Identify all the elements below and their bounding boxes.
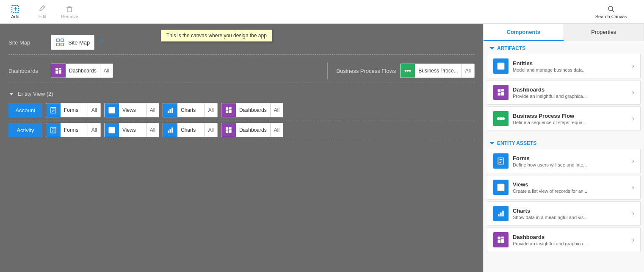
- views-asset-item[interactable]: ViewsAll: [104, 123, 159, 137]
- svg-rect-49: [168, 131, 169, 133]
- svg-rect-51: [171, 128, 173, 133]
- panel-item-dashboards[interactable]: DashboardsProvide an insightful and grap…: [487, 80, 641, 105]
- forms-text: Forms: [61, 127, 88, 133]
- dashboards-panel-content: DashboardsProvide an insightful and grap…: [513, 86, 632, 99]
- sitemap-item[interactable]: Site Map: [51, 35, 94, 50]
- svg-rect-84: [498, 240, 501, 243]
- panel-item-forms[interactable]: FormsDefine how users will see and inte.…: [487, 149, 641, 173]
- dashboards-text: Dashboards: [236, 127, 270, 133]
- dashboards-panel-desc: Provide an insightful and graphica...: [513, 94, 632, 99]
- svg-rect-16: [55, 68, 58, 70]
- panel-item-charts[interactable]: ChartsShow data in a meaningful and vis.…: [487, 201, 641, 226]
- bpf-icon: [401, 64, 415, 78]
- dashboards-asset-item[interactable]: DashboardsAll: [221, 123, 283, 137]
- dashboards-asset-all[interactable]: All: [100, 64, 113, 78]
- dashboards-panel-title: Dashboards: [513, 86, 632, 93]
- entity-name-button[interactable]: Activity: [8, 123, 42, 137]
- svg-point-65: [498, 118, 500, 120]
- forms-panel-content: FormsDefine how users will see and inte.…: [513, 155, 632, 167]
- svg-point-20: [405, 70, 407, 72]
- charts-panel-desc: Show data in a meaningful and vis...: [513, 215, 632, 220]
- bpf-panel-icon: [493, 111, 509, 126]
- tab-properties[interactable]: Properties: [564, 24, 644, 41]
- entity-name-button[interactable]: Account: [8, 103, 42, 117]
- panel-item-entities[interactable]: EntitiesModel and manage business data.›: [487, 54, 641, 78]
- svg-point-9: [608, 6, 613, 11]
- views-all[interactable]: All: [146, 123, 159, 137]
- charts-asset-item[interactable]: ChartsAll: [163, 103, 218, 117]
- chevron-right-icon: ›: [632, 183, 634, 191]
- dashboards-label: Dashboards: [8, 68, 51, 74]
- charts-all[interactable]: All: [205, 123, 217, 137]
- edit-button[interactable]: Edit: [34, 5, 51, 19]
- bpf-asset-item[interactable]: Business Proce... All: [400, 64, 475, 78]
- svg-point-22: [407, 70, 409, 72]
- tab-components[interactable]: Components: [484, 24, 564, 41]
- panel-item-bpf[interactable]: Business Process FlowDefine a sequence o…: [487, 106, 641, 131]
- svg-rect-34: [168, 111, 169, 113]
- svg-rect-83: [501, 237, 504, 239]
- dashboards-asset-item[interactable]: Dashboards All: [51, 64, 113, 78]
- forms-text: Forms: [61, 107, 88, 113]
- svg-rect-36: [171, 108, 173, 113]
- svg-rect-55: [229, 130, 232, 133]
- views-panel-desc: Create a list view of records for an...: [513, 189, 632, 194]
- bpf-panel-desc: Define a sequence of steps requir...: [513, 120, 632, 125]
- artifacts-section-header: ARTIFACTS: [484, 41, 644, 54]
- add-button[interactable]: Add: [7, 5, 24, 19]
- svg-rect-63: [498, 93, 501, 96]
- dashboards-all[interactable]: All: [270, 103, 283, 117]
- dashboards-text: Dashboards: [236, 107, 270, 113]
- forms-icon: [46, 103, 61, 117]
- svg-rect-45: [109, 127, 115, 133]
- entities-panel-icon: [493, 58, 509, 74]
- dashboards-section: Dashboards All: [51, 64, 319, 78]
- forms-all[interactable]: All: [88, 123, 100, 137]
- forms-panel-icon: [493, 153, 509, 169]
- charts-asset-item[interactable]: ChartsAll: [163, 123, 218, 137]
- remove-button[interactable]: Remove: [61, 5, 78, 19]
- entity-rows-container: AccountFormsAllViewsAllChartsAllDashboar…: [8, 100, 475, 140]
- dashboards-panel-icon: [493, 85, 509, 100]
- panel-item-views[interactable]: ViewsCreate a list view of records for a…: [487, 175, 641, 200]
- charts-all[interactable]: All: [205, 103, 217, 117]
- svg-marker-56: [489, 47, 495, 50]
- charts-panel-title: Charts: [513, 208, 632, 214]
- panel-item-dashboards2[interactable]: DashboardsProvide an insightful and grap…: [487, 228, 641, 252]
- canvas-tooltip: This is the canvas where you design the …: [161, 30, 272, 42]
- svg-point-67: [500, 118, 502, 120]
- dashboards2-panel-desc: Provide an insightful and graphica...: [513, 241, 632, 246]
- dashboards-icon: [51, 64, 66, 78]
- dashboards-asset-item[interactable]: DashboardsAll: [221, 103, 283, 117]
- views-all[interactable]: All: [146, 103, 159, 117]
- svg-marker-25: [9, 93, 14, 95]
- search-canvas-button[interactable]: Search Canvas: [595, 5, 627, 19]
- dashboards2-panel-content: DashboardsProvide an insightful and grap…: [513, 234, 632, 246]
- forms-all[interactable]: All: [88, 103, 100, 117]
- dashboards-all[interactable]: All: [270, 123, 283, 137]
- bpf-asset-all[interactable]: All: [462, 64, 474, 78]
- views-icon: [105, 123, 119, 137]
- entity-view-header[interactable]: Entity View (2): [8, 87, 475, 100]
- svg-rect-4: [67, 8, 72, 12]
- forms-asset-item[interactable]: FormsAll: [46, 123, 101, 137]
- chevron-right-icon: ›: [632, 89, 634, 96]
- entities-panel-content: EntitiesModel and manage business data.: [513, 60, 632, 72]
- sitemap-label: Site Map: [8, 39, 51, 46]
- edit-icon[interactable]: [98, 38, 105, 47]
- toolbar: Add Edit Remove Search Canvas: [0, 0, 644, 24]
- forms-asset-item[interactable]: FormsAll: [46, 103, 101, 117]
- chevron-right-icon: ›: [632, 62, 634, 70]
- svg-rect-82: [498, 237, 501, 240]
- svg-rect-53: [229, 127, 232, 129]
- charts-panel-content: ChartsShow data in a meaningful and vis.…: [513, 208, 632, 220]
- charts-panel-icon: [493, 206, 509, 221]
- svg-rect-38: [229, 107, 232, 109]
- svg-rect-37: [226, 107, 228, 110]
- views-panel-title: Views: [513, 181, 632, 188]
- svg-rect-17: [59, 68, 61, 69]
- svg-rect-11: [57, 39, 59, 42]
- svg-rect-12: [61, 39, 64, 42]
- views-asset-item[interactable]: ViewsAll: [104, 103, 159, 117]
- svg-point-21: [409, 70, 411, 72]
